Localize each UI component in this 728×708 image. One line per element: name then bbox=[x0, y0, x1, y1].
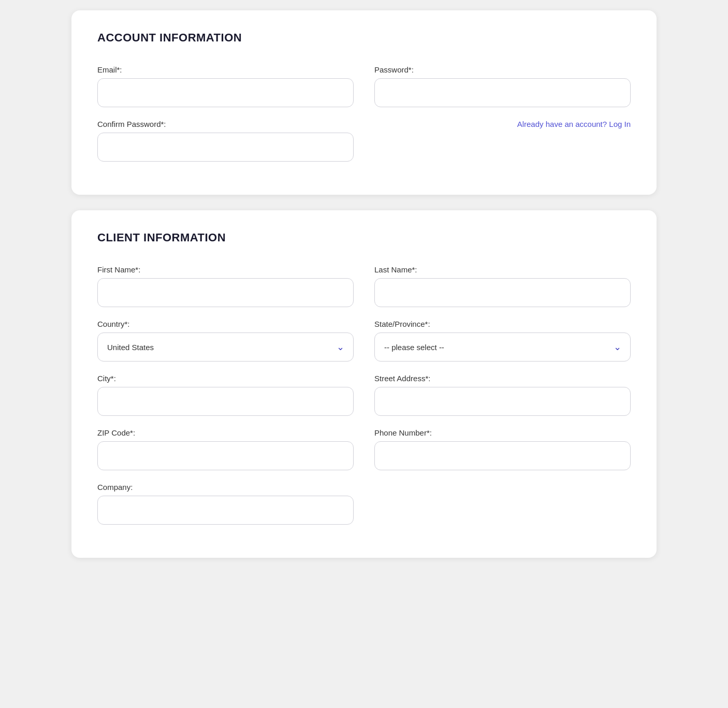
first-name-label: First Name*: bbox=[97, 265, 354, 274]
last-name-group: Last Name*: bbox=[374, 265, 631, 307]
password-group: Password*: bbox=[374, 65, 631, 107]
confirm-password-group: Confirm Password*: bbox=[97, 120, 354, 162]
state-select[interactable]: -- please select --AlabamaAlaskaArizonaA… bbox=[374, 333, 631, 362]
zip-input[interactable] bbox=[97, 441, 354, 470]
country-select-wrapper: United StatesCanadaUnited KingdomAustral… bbox=[97, 333, 354, 362]
email-password-row: Email*: Password*: bbox=[97, 65, 631, 107]
first-name-input[interactable] bbox=[97, 278, 354, 307]
zip-phone-row: ZIP Code*: Phone Number*: bbox=[97, 428, 631, 470]
country-label: Country*: bbox=[97, 320, 354, 328]
account-section-title: ACCOUNT INFORMATION bbox=[97, 31, 631, 45]
client-information-card: CLIENT INFORMATION First Name*: Last Nam… bbox=[71, 210, 657, 558]
company-row-spacer bbox=[374, 483, 631, 525]
password-input[interactable] bbox=[374, 78, 631, 107]
country-select[interactable]: United StatesCanadaUnited KingdomAustral… bbox=[97, 333, 354, 362]
confirm-password-label: Confirm Password*: bbox=[97, 120, 354, 128]
phone-input[interactable] bbox=[374, 441, 631, 470]
street-address-label: Street Address*: bbox=[374, 374, 631, 383]
login-link-group: Already have an account? Log In bbox=[374, 120, 631, 162]
last-name-label: Last Name*: bbox=[374, 265, 631, 274]
email-group: Email*: bbox=[97, 65, 354, 107]
email-input[interactable] bbox=[97, 78, 354, 107]
street-address-group: Street Address*: bbox=[374, 374, 631, 416]
phone-group: Phone Number*: bbox=[374, 428, 631, 470]
name-row: First Name*: Last Name*: bbox=[97, 265, 631, 307]
state-select-wrapper: -- please select --AlabamaAlaskaArizonaA… bbox=[374, 333, 631, 362]
zip-label: ZIP Code*: bbox=[97, 428, 354, 437]
city-label: City*: bbox=[97, 374, 354, 383]
last-name-input[interactable] bbox=[374, 278, 631, 307]
client-section-title: CLIENT INFORMATION bbox=[97, 231, 631, 244]
first-name-group: First Name*: bbox=[97, 265, 354, 307]
city-street-row: City*: Street Address*: bbox=[97, 374, 631, 416]
city-input[interactable] bbox=[97, 387, 354, 416]
state-label: State/Province*: bbox=[374, 320, 631, 328]
state-group: State/Province*: -- please select --Alab… bbox=[374, 320, 631, 362]
email-label: Email*: bbox=[97, 65, 354, 74]
company-input[interactable] bbox=[97, 496, 354, 525]
company-group: Company: bbox=[97, 483, 354, 525]
confirm-password-input[interactable] bbox=[97, 133, 354, 162]
login-link[interactable]: Already have an account? Log In bbox=[517, 120, 631, 128]
account-information-card: ACCOUNT INFORMATION Email*: Password*: C… bbox=[71, 10, 657, 195]
country-state-row: Country*: United StatesCanadaUnited King… bbox=[97, 320, 631, 362]
country-group: Country*: United StatesCanadaUnited King… bbox=[97, 320, 354, 362]
company-row: Company: bbox=[97, 483, 631, 525]
company-label: Company: bbox=[97, 483, 354, 492]
password-label: Password*: bbox=[374, 65, 631, 74]
zip-group: ZIP Code*: bbox=[97, 428, 354, 470]
city-group: City*: bbox=[97, 374, 354, 416]
phone-label: Phone Number*: bbox=[374, 428, 631, 437]
confirm-password-row: Confirm Password*: Already have an accou… bbox=[97, 120, 631, 162]
street-address-input[interactable] bbox=[374, 387, 631, 416]
